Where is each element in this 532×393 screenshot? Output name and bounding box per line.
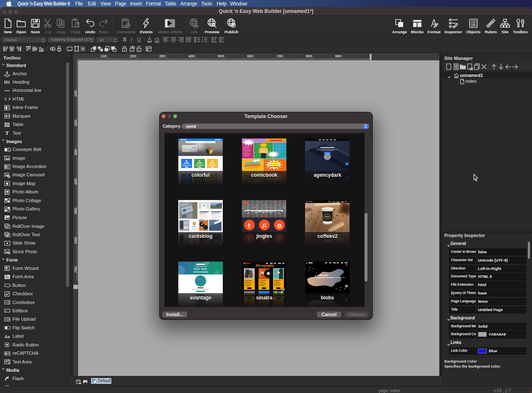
- svg-text:800: 800: [306, 54, 312, 58]
- svg-text:200: 200: [130, 54, 136, 58]
- svg-text:600: 600: [247, 54, 254, 58]
- svg-text:100: 100: [101, 54, 107, 58]
- svg-text:400: 400: [188, 54, 195, 58]
- svg-text:700: 700: [276, 54, 283, 58]
- svg-text:500: 500: [218, 54, 224, 58]
- svg-text:300: 300: [159, 54, 165, 58]
- svg-text:900: 900: [335, 54, 341, 58]
